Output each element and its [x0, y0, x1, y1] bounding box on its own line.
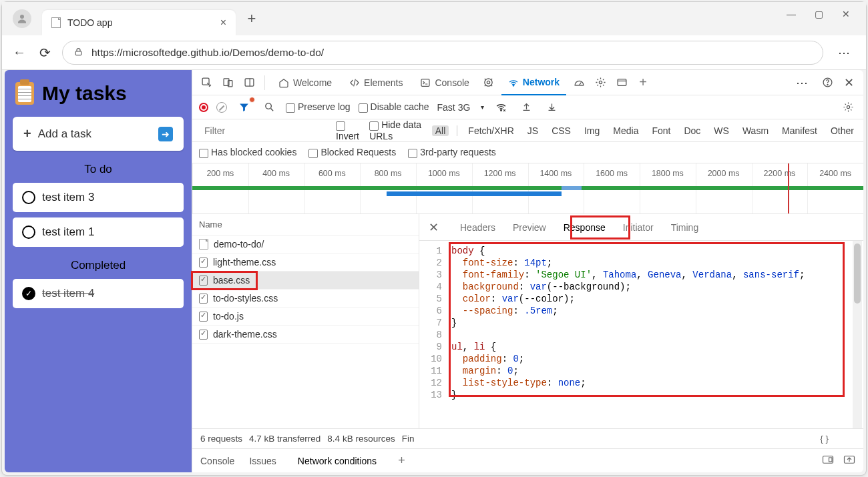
- new-tab-button[interactable]: +: [241, 8, 262, 29]
- devtools-close-button[interactable]: ✕: [840, 75, 858, 90]
- blocked-cookies-checkbox[interactable]: Has blocked cookies: [199, 147, 296, 157]
- name-column-header[interactable]: Name: [192, 214, 419, 235]
- filter-type-ws[interactable]: WS: [711, 125, 732, 136]
- back-button[interactable]: ←: [11, 45, 27, 60]
- tab-response[interactable]: Response: [564, 222, 606, 233]
- filter-type-js[interactable]: JS: [525, 125, 541, 136]
- network-filter-row: Invert Hide data URLs All Fetch/XHRJSCSS…: [192, 119, 863, 142]
- detail-tabs: ✕ Headers Preview Response Initiator Tim…: [419, 214, 863, 241]
- help-icon[interactable]: [819, 74, 836, 91]
- filter-type-fetchxhr[interactable]: Fetch/XHR: [465, 125, 516, 136]
- devtools-top-bar: Welcome Elements Console Network + ⋯ ✕: [192, 70, 863, 95]
- filter-toggle-icon[interactable]: [235, 99, 252, 116]
- vertical-scrollbar[interactable]: [853, 241, 862, 428]
- filter-type-wasm[interactable]: Wasm: [740, 125, 771, 136]
- close-detail-icon[interactable]: ✕: [429, 220, 439, 235]
- tab-application-icon[interactable]: [592, 74, 609, 91]
- request-row[interactable]: base.css: [192, 272, 419, 290]
- invert-checkbox[interactable]: Invert: [336, 119, 360, 141]
- tab-initiator[interactable]: Initiator: [623, 222, 654, 233]
- waterfall-timeline[interactable]: 200 ms400 ms600 ms800 ms1000 ms1200 ms14…: [192, 163, 863, 214]
- request-row[interactable]: to-do-styles.css: [192, 290, 419, 308]
- disable-cache-checkbox[interactable]: Disable cache: [359, 101, 429, 112]
- timeline-tick: 600 ms: [304, 169, 361, 178]
- refresh-button[interactable]: ⟳: [37, 45, 53, 61]
- request-row[interactable]: demo-to-do/: [192, 235, 419, 254]
- close-tab-icon[interactable]: ×: [220, 17, 226, 29]
- request-row[interactable]: light-theme.css: [192, 254, 419, 272]
- record-button[interactable]: [199, 103, 208, 112]
- browser-menu-button[interactable]: ⋯: [833, 45, 857, 60]
- plus-icon: +: [23, 126, 31, 141]
- add-task-input[interactable]: + Add a task ➜: [13, 117, 184, 151]
- filter-type-media[interactable]: Media: [610, 125, 641, 136]
- close-window-button[interactable]: ✕: [842, 9, 850, 19]
- stylesheet-icon: [199, 330, 208, 340]
- filter-type-all[interactable]: All: [432, 125, 449, 136]
- drawer-icon-1[interactable]: [822, 455, 834, 466]
- task-item-done[interactable]: test item 4: [13, 279, 184, 308]
- response-code-viewer[interactable]: 12345678910111213 body { font-size: 14pt…: [419, 241, 863, 428]
- tab-sources-icon[interactable]: [480, 74, 497, 91]
- minimize-button[interactable]: —: [787, 9, 796, 19]
- filter-type-doc[interactable]: Doc: [681, 125, 703, 136]
- filter-type-manifest[interactable]: Manifest: [779, 125, 820, 136]
- search-icon[interactable]: [260, 99, 278, 116]
- task-item[interactable]: test item 1: [13, 217, 184, 247]
- browser-tab[interactable]: TODO app ×: [42, 10, 236, 35]
- completed-section-label: Completed: [13, 259, 184, 272]
- maximize-button[interactable]: ▢: [815, 9, 823, 19]
- drawer-console-tab[interactable]: Console: [200, 456, 234, 466]
- dock-side-icon[interactable]: [240, 74, 258, 91]
- tab-timing[interactable]: Timing: [671, 222, 699, 233]
- pretty-print-icon[interactable]: { }: [820, 434, 829, 444]
- wifi-icon[interactable]: [492, 99, 509, 116]
- tab-network[interactable]: Network: [501, 70, 566, 95]
- filter-type-img[interactable]: Img: [582, 125, 602, 136]
- request-name: light-theme.css: [213, 257, 276, 268]
- devtools-panel: Welcome Elements Console Network + ⋯ ✕: [192, 70, 863, 472]
- clear-button[interactable]: [216, 102, 227, 113]
- omnibox[interactable]: https://microsoftedge.github.io/Demos/de…: [62, 41, 823, 65]
- address-bar-row: ← ⟳ https://microsoftedge.github.io/Demo…: [2, 35, 866, 70]
- timeline-tick: 800 ms: [360, 169, 416, 178]
- request-row[interactable]: to-do.js: [192, 308, 419, 326]
- blocked-requests-checkbox[interactable]: Blocked Requests: [308, 147, 396, 157]
- hide-data-urls-checkbox[interactable]: Hide data URLs: [369, 119, 423, 141]
- task-checkbox[interactable]: [22, 191, 35, 204]
- stylesheet-icon: [199, 312, 208, 322]
- drawer-network-conditions-tab[interactable]: Network conditions: [291, 452, 383, 470]
- task-checkbox[interactable]: [22, 287, 35, 300]
- drawer-add-tab-icon[interactable]: +: [398, 454, 405, 468]
- third-party-checkbox[interactable]: 3rd-party requests: [408, 147, 496, 157]
- filter-type-font[interactable]: Font: [649, 125, 673, 136]
- drawer-icon-2[interactable]: [843, 455, 855, 466]
- task-checkbox[interactable]: [22, 225, 35, 239]
- tab-add-icon[interactable]: +: [634, 74, 652, 91]
- devtools-menu-button[interactable]: ⋯: [791, 75, 815, 90]
- submit-task-button[interactable]: ➜: [158, 127, 173, 141]
- request-row[interactable]: dark-theme.css: [192, 326, 419, 344]
- throttling-select[interactable]: Fast 3G ▾: [437, 102, 485, 113]
- drawer-issues-tab[interactable]: Issues: [249, 456, 276, 466]
- task-item[interactable]: test item 3: [13, 183, 184, 212]
- tab-performance-icon[interactable]: [570, 74, 588, 91]
- filter-input[interactable]: [199, 123, 327, 138]
- inspect-icon[interactable]: [198, 74, 215, 91]
- upload-icon[interactable]: [517, 99, 535, 116]
- filter-type-other[interactable]: Other: [828, 125, 857, 136]
- tab-preview[interactable]: Preview: [513, 222, 546, 233]
- tab-memory-icon[interactable]: [613, 74, 630, 91]
- device-toggle-icon[interactable]: [219, 74, 236, 91]
- filter-type-css[interactable]: CSS: [549, 125, 574, 136]
- tab-elements[interactable]: Elements: [343, 70, 409, 95]
- tab-console[interactable]: Console: [413, 70, 475, 95]
- tab-welcome[interactable]: Welcome: [272, 70, 339, 95]
- tab-headers[interactable]: Headers: [460, 222, 495, 233]
- preserve-log-checkbox[interactable]: Preserve log: [286, 101, 351, 112]
- request-detail-pane: ✕ Headers Preview Response Initiator Tim…: [419, 214, 863, 428]
- profile-avatar[interactable]: [13, 9, 31, 28]
- download-icon[interactable]: [543, 99, 560, 116]
- request-name: to-do.js: [213, 311, 244, 322]
- settings-icon[interactable]: [839, 99, 857, 116]
